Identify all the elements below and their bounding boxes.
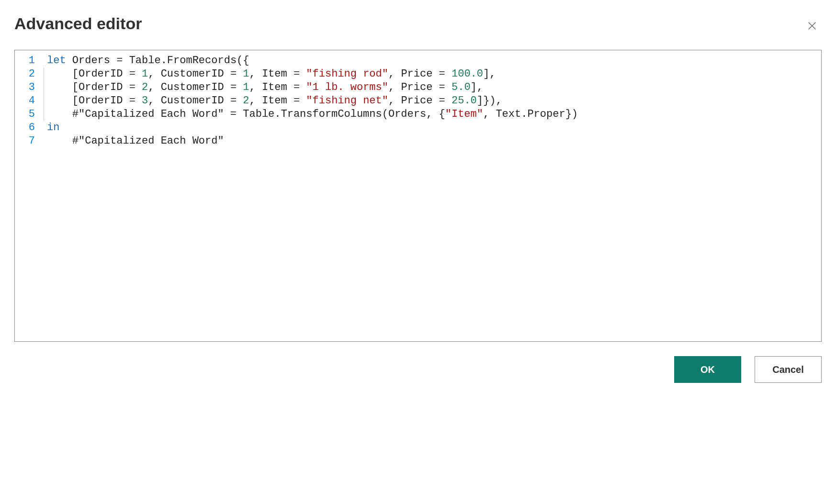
code-line[interactable]: 7 #"Capitalized Each Word" xyxy=(15,134,821,148)
code-token-id: Table.FromRecords xyxy=(129,55,237,67)
code-token-id: Text.Proper xyxy=(496,108,565,120)
code-token-op xyxy=(66,55,72,67)
code-token-op: , xyxy=(148,81,160,93)
line-number: 3 xyxy=(15,81,44,94)
line-number: 4 xyxy=(15,94,44,108)
code-token-op: ( xyxy=(382,108,388,120)
code-token-id: #"Capitalized Each Word" xyxy=(72,135,224,147)
code-token-op: , { xyxy=(426,108,445,120)
code-token-op: = xyxy=(287,81,306,93)
code-token-op: = xyxy=(123,81,142,93)
code-token-op: ], xyxy=(471,81,483,93)
code-token-op: }) xyxy=(565,108,578,120)
code-token-id: Item xyxy=(262,68,287,80)
code-token-op: = xyxy=(123,95,142,107)
code-content[interactable]: in xyxy=(44,121,821,134)
code-editor[interactable]: 1let Orders = Table.FromRecords({2 [Orde… xyxy=(14,50,822,342)
code-token-op: = xyxy=(224,81,243,93)
line-number: 6 xyxy=(15,121,44,134)
code-token-num: 1 xyxy=(243,68,249,80)
code-token-op: = xyxy=(432,95,452,107)
code-token-op xyxy=(47,135,72,147)
code-token-op: = xyxy=(432,81,452,93)
code-token-id: Table.TransformColumns xyxy=(243,108,382,120)
code-content[interactable]: [OrderID = 2, CustomerID = 1, Item = "1 … xyxy=(44,81,821,94)
code-token-op: = xyxy=(224,108,243,120)
code-token-num: 2 xyxy=(243,95,249,107)
code-token-op: , xyxy=(249,81,262,93)
code-token-num: 100.0 xyxy=(452,68,483,80)
line-number: 1 xyxy=(15,54,44,67)
advanced-editor-dialog: Advanced editor 1let Orders = Table.From… xyxy=(14,14,822,383)
code-token-id: #"Capitalized Each Word" xyxy=(72,108,224,120)
code-token-num: 3 xyxy=(142,95,148,107)
code-token-op: , xyxy=(388,68,401,80)
line-number: 7 xyxy=(15,134,44,148)
code-token-op: = xyxy=(287,95,306,107)
cancel-button[interactable]: Cancel xyxy=(755,356,822,383)
line-number: 5 xyxy=(15,108,44,121)
code-token-id: Price xyxy=(401,95,432,107)
code-token-op: , xyxy=(148,95,160,107)
code-token-id: OrderID xyxy=(79,81,123,93)
code-token-num: 1 xyxy=(142,68,148,80)
code-token-id: CustomerID xyxy=(161,81,224,93)
code-token-id: CustomerID xyxy=(161,95,224,107)
close-button[interactable] xyxy=(802,16,822,35)
code-token-id: CustomerID xyxy=(161,68,224,80)
code-content[interactable]: let Orders = Table.FromRecords({ xyxy=(44,54,821,67)
code-line[interactable]: 4 [OrderID = 3, CustomerID = 2, Item = "… xyxy=(15,94,821,108)
code-token-num: 25.0 xyxy=(452,95,477,107)
code-token-id: Orders xyxy=(388,108,426,120)
line-number: 2 xyxy=(15,67,44,81)
code-token-num: 2 xyxy=(142,81,148,93)
code-token-id: Orders xyxy=(72,55,110,67)
code-token-op: , xyxy=(249,68,262,80)
code-token-id: OrderID xyxy=(79,95,123,107)
dialog-header: Advanced editor xyxy=(14,14,822,35)
code-token-id: OrderID xyxy=(79,68,123,80)
code-token-op: ], xyxy=(483,68,496,80)
code-token-id: Price xyxy=(401,68,432,80)
code-token-str: "fishing net" xyxy=(306,95,388,107)
code-token-num: 1 xyxy=(243,81,249,93)
code-token-op: ]}), xyxy=(477,95,502,107)
code-content[interactable]: [OrderID = 1, CustomerID = 1, Item = "fi… xyxy=(44,67,821,81)
code-token-op: , xyxy=(249,95,262,107)
code-content[interactable]: [OrderID = 3, CustomerID = 2, Item = "fi… xyxy=(44,94,821,108)
code-token-kw: in xyxy=(47,122,59,134)
code-content[interactable]: #"Capitalized Each Word" xyxy=(44,134,821,148)
code-token-op: = xyxy=(287,68,306,80)
code-token-op: = xyxy=(123,68,142,80)
code-token-op: [ xyxy=(47,68,79,80)
close-icon xyxy=(807,21,817,31)
code-token-op: , xyxy=(148,68,160,80)
code-token-op: = xyxy=(224,68,243,80)
dialog-title: Advanced editor xyxy=(14,14,142,33)
code-token-op: [ xyxy=(47,81,79,93)
code-token-op: , xyxy=(388,81,401,93)
code-line[interactable]: 2 [OrderID = 1, CustomerID = 1, Item = "… xyxy=(15,67,821,81)
code-token-str: "1 lb. worms" xyxy=(306,81,388,93)
code-token-op xyxy=(47,108,72,120)
code-token-op: , xyxy=(388,95,401,107)
code-token-str: "fishing rod" xyxy=(306,68,388,80)
code-line[interactable]: 1let Orders = Table.FromRecords({ xyxy=(15,54,821,67)
code-token-num: 5.0 xyxy=(452,81,471,93)
code-line[interactable]: 5 #"Capitalized Each Word" = Table.Trans… xyxy=(15,108,821,121)
code-token-str: "Item" xyxy=(445,108,483,120)
code-token-id: Item xyxy=(262,81,287,93)
code-token-op: = xyxy=(432,68,452,80)
ok-button[interactable]: OK xyxy=(674,356,741,383)
code-line[interactable]: 6in xyxy=(15,121,821,134)
code-token-op: ({ xyxy=(237,55,249,67)
dialog-footer: OK Cancel xyxy=(14,356,822,383)
code-token-op: = xyxy=(224,95,243,107)
code-content[interactable]: #"Capitalized Each Word" = Table.Transfo… xyxy=(44,108,821,121)
code-line[interactable]: 3 [OrderID = 2, CustomerID = 1, Item = "… xyxy=(15,81,821,94)
code-token-op: = xyxy=(110,55,129,67)
code-token-id: Item xyxy=(262,95,287,107)
code-token-op: [ xyxy=(47,95,79,107)
code-token-id: Price xyxy=(401,81,432,93)
code-token-kw: let xyxy=(47,55,66,67)
